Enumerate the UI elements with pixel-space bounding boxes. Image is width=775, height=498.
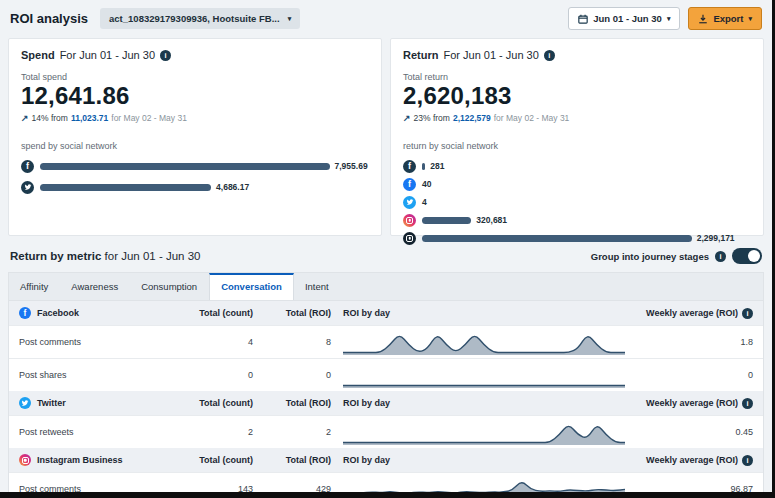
return-by-metric-period: for Jun 01 - Jun 30 xyxy=(105,250,201,262)
page-title: ROI analysis xyxy=(10,11,88,26)
col-roi-by-day: ROI by day xyxy=(335,308,635,318)
return-bar-row-instagram-dark: 2,299,171 xyxy=(403,232,751,245)
date-range-picker[interactable]: Jun 01 - Jun 30 ▾ xyxy=(568,7,680,30)
table-row-post-comments-facebook: Post comments 4 8 1.8 xyxy=(9,325,763,358)
return-title: Return xyxy=(403,49,438,61)
return-by-metric-title: Return by metric xyxy=(10,250,101,262)
tab-consumption[interactable]: Consumption xyxy=(130,273,209,300)
table-section-header-twitter: Twitter Total (count) Total (ROI) ROI by… xyxy=(9,391,763,415)
trend-up-icon: ↗ xyxy=(21,113,29,123)
total-return-label: Total return xyxy=(403,72,751,82)
metric-weekly-average: 1.8 xyxy=(635,337,753,347)
facebook-spend-bar xyxy=(40,163,330,170)
spend-title: Spend xyxy=(21,49,55,61)
calendar-icon xyxy=(578,14,588,24)
spend-bar-row-twitter: 4,686.17 xyxy=(21,181,369,194)
table-section-header-facebook: f Facebook Total (count) Total (ROI) ROI… xyxy=(9,301,763,325)
metric-table: f Facebook Total (count) Total (ROI) ROI… xyxy=(8,300,764,498)
info-icon[interactable]: i xyxy=(742,308,753,319)
facebook-dark-icon: f xyxy=(403,160,416,173)
previous-value-link[interactable]: 11,023.71 xyxy=(71,113,108,123)
date-range-label: Jun 01 - Jun 30 xyxy=(593,13,662,24)
metric-count: 0 xyxy=(179,370,257,380)
twitter-icon xyxy=(403,196,416,209)
delta-text: 23% from xyxy=(414,113,450,123)
section-network-name: Instagram Business xyxy=(37,455,123,465)
facebook-icon: f xyxy=(403,178,416,191)
roi-sparkline xyxy=(343,419,625,445)
info-icon[interactable]: i xyxy=(742,455,753,466)
spend-delta: ↗ 14% from 11,023.71 for May 02 - May 31 xyxy=(21,113,369,123)
roi-analysis-screen: ROI analysis act_108329179309936, Hootsu… xyxy=(0,0,775,498)
metric-roi: 0 xyxy=(257,370,335,380)
col-roi-by-day: ROI by day xyxy=(335,398,635,408)
facebook-icon: f xyxy=(21,160,34,173)
roi-sparkline xyxy=(343,362,625,388)
chevron-down-icon: ▾ xyxy=(667,15,671,22)
trend-up-icon: ↗ xyxy=(403,113,411,123)
top-actions: Jun 01 - Jun 30 ▾ Export ▾ xyxy=(568,7,762,30)
return-bar-row-facebook-dark: f 281 xyxy=(403,160,751,173)
metric-name: Post comments xyxy=(19,337,179,347)
tab-awareness[interactable]: Awareness xyxy=(60,273,130,300)
tab-intent[interactable]: Intent xyxy=(294,273,341,300)
metric-roi: 2 xyxy=(257,427,335,437)
return-by-metric-header: Return by metric for Jun 01 - Jun 30 Gro… xyxy=(8,244,764,272)
metric-count: 4 xyxy=(179,337,257,347)
return-value: 281 xyxy=(430,161,444,171)
return-panel: Return For Jun 01 - Jun 30 i Total retur… xyxy=(390,38,764,236)
col-weekly-average: Weekly average (ROI) xyxy=(646,308,738,318)
col-total-count: Total (count) xyxy=(179,398,257,408)
section-network-name: Facebook xyxy=(37,308,79,318)
delta-text: 14% from xyxy=(32,113,68,123)
col-total-roi: Total (ROI) xyxy=(257,398,335,408)
top-bar: ROI analysis act_108329179309936, Hootsu… xyxy=(0,0,772,36)
metric-weekly-average: 0.45 xyxy=(635,427,753,437)
chevron-down-icon: ▾ xyxy=(748,15,752,22)
twitter-spend-bar xyxy=(40,184,211,191)
col-total-count: Total (count) xyxy=(179,308,257,318)
chevron-down-icon: ▾ xyxy=(288,15,292,22)
info-icon[interactable]: i xyxy=(160,50,171,61)
metric-weekly-average: 0 xyxy=(635,370,753,380)
info-icon[interactable]: i xyxy=(742,398,753,409)
spend-period: For Jun 01 - Jun 30 xyxy=(60,49,155,61)
metric-name: Post shares xyxy=(19,370,179,380)
export-button[interactable]: Export ▾ xyxy=(688,7,762,30)
twitter-icon xyxy=(19,397,31,409)
twitter-spend-value: 4,686.17 xyxy=(216,182,249,192)
col-total-roi: Total (ROI) xyxy=(257,308,335,318)
return-bar-row-facebook: f 40 xyxy=(403,178,751,191)
return-delta: ↗ 23% from 2,122,579 for May 02 - May 31 xyxy=(403,113,751,123)
previous-value-link[interactable]: 2,122,579 xyxy=(453,113,491,123)
roi-sparkline xyxy=(343,329,625,355)
table-row-post-shares-facebook: Post shares 0 0 0 xyxy=(9,358,763,391)
col-roi-by-day: ROI by day xyxy=(335,455,635,465)
metric-count: 2 xyxy=(179,427,257,437)
return-bar-row-twitter: 4 xyxy=(403,196,751,209)
col-weekly-average: Weekly average (ROI) xyxy=(646,398,738,408)
journey-stages-label: Group into journey stages xyxy=(591,251,709,262)
facebook-icon: f xyxy=(19,307,31,319)
spend-bar-row-facebook: f 7,955.69 xyxy=(21,160,369,173)
table-row-post-retweets-twitter: Post retweets 2 2 0.45 xyxy=(9,415,763,448)
instagram-dark-icon xyxy=(403,232,416,245)
return-bar xyxy=(422,235,692,242)
return-value: 2,299,171 xyxy=(697,233,735,243)
kpi-panels: Spend For Jun 01 - Jun 30 i Total spend … xyxy=(0,36,772,236)
table-section-header-instagram-business: Instagram Business Total (count) Total (… xyxy=(9,448,763,472)
return-bar xyxy=(422,217,471,224)
tab-conversation[interactable]: Conversation xyxy=(209,273,294,300)
delta-period: for May 02 - May 31 xyxy=(494,113,570,123)
spend-breakdown-label: spend by social network xyxy=(21,141,369,151)
info-icon[interactable]: i xyxy=(544,50,555,61)
journey-stages-toggle[interactable] xyxy=(732,248,762,264)
instagram-icon xyxy=(403,214,416,227)
spend-panel: Spend For Jun 01 - Jun 30 i Total spend … xyxy=(8,38,382,236)
account-selector-dropdown[interactable]: act_108329179309936, Hootsuite FB... ▾ xyxy=(100,8,300,29)
col-total-count: Total (count) xyxy=(179,455,257,465)
return-value: 320,681 xyxy=(476,215,507,225)
tab-affinity[interactable]: Affinity xyxy=(9,273,60,300)
info-icon[interactable]: i xyxy=(715,251,726,262)
twitter-icon xyxy=(21,181,34,194)
